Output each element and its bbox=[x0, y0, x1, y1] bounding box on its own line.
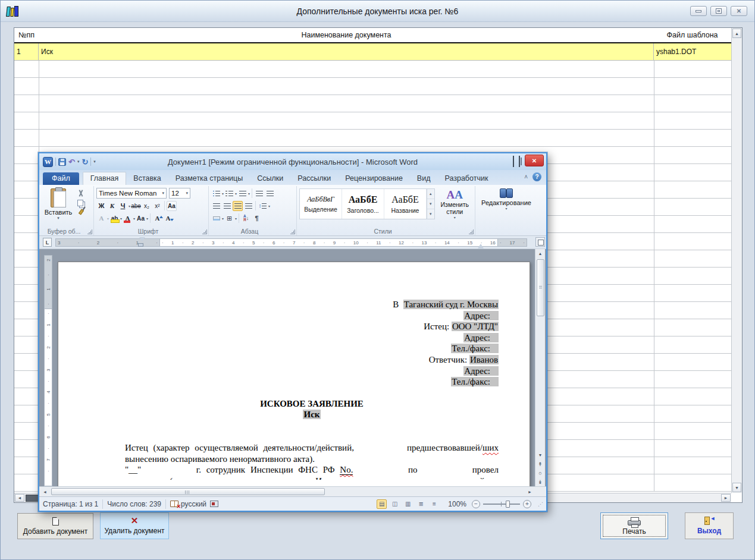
strikethrough-button[interactable]: abe bbox=[131, 201, 141, 211]
gallery-down-icon[interactable]: ▼ bbox=[427, 199, 434, 209]
tab-review[interactable]: Рецензирование bbox=[338, 172, 410, 185]
word-logo-icon[interactable]: W bbox=[43, 157, 53, 167]
form-field[interactable]: Адрес: bbox=[463, 366, 499, 376]
word-horizontal-scrollbar[interactable]: ◄ ► bbox=[39, 486, 546, 496]
grow-font-button[interactable]: А bbox=[152, 213, 162, 224]
decrease-indent-button[interactable] bbox=[254, 188, 264, 199]
tab-page-layout[interactable]: Разметка страницы bbox=[168, 172, 250, 185]
copy-icon[interactable] bbox=[77, 200, 83, 206]
scroll-right-icon[interactable]: ► bbox=[721, 494, 731, 502]
dialog-launcher-icon[interactable] bbox=[290, 229, 295, 234]
column-header-name[interactable]: Наименование документа bbox=[39, 31, 654, 39]
form-field[interactable]: Тел./факс: bbox=[451, 344, 499, 353]
word-count[interactable]: Число слов: 239 bbox=[107, 500, 161, 508]
scroll-left-icon[interactable]: ◄ bbox=[40, 487, 49, 496]
undo-dropdown-icon[interactable]: ▾ bbox=[77, 159, 80, 164]
highlight-button[interactable]: ab bbox=[109, 213, 120, 224]
view-web-icon[interactable]: ▥ bbox=[403, 499, 413, 509]
paste-button[interactable]: Вставить ▾ bbox=[43, 187, 74, 227]
next-page-icon[interactable]: ↡ bbox=[536, 477, 545, 486]
clear-formatting-button[interactable]: Aa bbox=[167, 201, 177, 211]
tab-selector[interactable]: L bbox=[43, 238, 52, 247]
style-heading[interactable]: АаБбЕ Заголово... bbox=[342, 189, 384, 219]
show-marks-button[interactable]: ¶ bbox=[252, 213, 262, 224]
increase-indent-button[interactable] bbox=[265, 188, 275, 199]
horizontal-ruler[interactable]: 3·2·1· ·1·2·3·4·5·6·7·8·9·10·11·12·13·14… bbox=[55, 238, 527, 247]
scrollbar-thumb[interactable] bbox=[51, 488, 325, 495]
language-indicator[interactable]: русский bbox=[181, 500, 206, 508]
font-size-combo[interactable]: 12▾ bbox=[169, 188, 190, 199]
exit-button[interactable]: ◄ Выход bbox=[685, 512, 734, 539]
subscript-button[interactable]: x₂ bbox=[142, 201, 152, 211]
text-effects-button[interactable]: А bbox=[96, 213, 106, 224]
underline-button[interactable]: Ч bbox=[118, 201, 128, 211]
bold-button[interactable]: Ж bbox=[96, 201, 106, 211]
table-row[interactable]: 1 Иск yshab1.DOT bbox=[14, 43, 742, 61]
zoom-slider[interactable] bbox=[483, 504, 520, 505]
scrollbar-thumb[interactable] bbox=[537, 259, 544, 316]
document-page[interactable]: В Таганский суд г. Москвы Адрес: Истец: … bbox=[58, 262, 530, 486]
gallery-more-icon[interactable]: ▼ bbox=[427, 209, 434, 219]
previous-page-icon[interactable]: ↟ bbox=[536, 460, 545, 468]
column-header-num[interactable]: №пп bbox=[14, 31, 39, 39]
ruler-toggle-icon[interactable] bbox=[535, 237, 545, 247]
scroll-up-icon[interactable]: ▲ bbox=[732, 29, 741, 38]
redo-icon[interactable]: ↻ bbox=[82, 158, 88, 166]
resize-grip-icon[interactable]: ⋰ bbox=[538, 501, 543, 507]
tab-file[interactable]: Файл bbox=[43, 172, 79, 185]
tab-developer[interactable]: Разработчик bbox=[437, 172, 495, 185]
zoom-out-icon[interactable]: − bbox=[472, 500, 480, 508]
shrink-font-button[interactable]: А bbox=[163, 213, 173, 224]
right-indent-marker[interactable] bbox=[478, 241, 484, 248]
save-icon[interactable] bbox=[58, 158, 66, 166]
font-name-combo[interactable]: Times New Roman▾ bbox=[96, 188, 167, 199]
undo-icon[interactable]: ↶ bbox=[68, 158, 75, 166]
zoom-level[interactable]: 100% bbox=[448, 500, 466, 508]
collapse-ribbon-icon[interactable]: ˄ bbox=[524, 174, 528, 180]
view-draft-icon[interactable]: ≡ bbox=[429, 499, 439, 509]
borders-button[interactable]: ⊞ bbox=[224, 213, 234, 224]
word-close-button[interactable]: ✕ bbox=[525, 155, 544, 166]
tab-insert[interactable]: Вставка bbox=[126, 172, 168, 185]
print-button[interactable]: Печать bbox=[600, 512, 668, 539]
tab-home[interactable]: Главная bbox=[83, 172, 127, 185]
view-print-layout-icon[interactable]: ▤ bbox=[377, 499, 387, 509]
bullets-button[interactable] bbox=[211, 188, 221, 199]
scroll-right-icon[interactable]: ► bbox=[525, 487, 534, 496]
tab-view[interactable]: Вид bbox=[410, 172, 438, 185]
tab-references[interactable]: Ссылки bbox=[250, 172, 290, 185]
dialog-launcher-icon[interactable] bbox=[87, 229, 92, 234]
line-spacing-button[interactable]: ↕ bbox=[258, 201, 268, 211]
format-painter-icon[interactable] bbox=[78, 209, 83, 215]
align-right-button[interactable] bbox=[233, 201, 243, 211]
scroll-up-icon[interactable]: ▲ bbox=[536, 249, 545, 258]
dialog-launcher-icon[interactable] bbox=[469, 229, 474, 234]
align-center-button[interactable] bbox=[222, 201, 232, 211]
scroll-down-icon[interactable]: ▼ bbox=[732, 483, 741, 492]
numbering-button[interactable] bbox=[224, 188, 234, 199]
superscript-button[interactable]: x² bbox=[152, 201, 162, 211]
view-reading-icon[interactable]: ◫ bbox=[390, 499, 400, 509]
tab-mailings[interactable]: Рассылки bbox=[290, 172, 338, 185]
dialog-launcher-icon[interactable] bbox=[202, 229, 207, 234]
zoom-in-icon[interactable]: + bbox=[523, 500, 531, 508]
vertical-ruler[interactable]: 2·1· ·1·2·3·4·5·6·7· bbox=[44, 255, 52, 486]
left-indent-marker[interactable] bbox=[138, 243, 143, 247]
italic-button[interactable]: К bbox=[107, 201, 117, 211]
close-button[interactable]: ✕ bbox=[731, 6, 747, 16]
macro-record-icon[interactable] bbox=[210, 501, 218, 507]
word-minimize-button[interactable] bbox=[513, 156, 514, 167]
word-vertical-scrollbar[interactable]: ▲ ▼ ↟ ○ ↡ bbox=[535, 249, 545, 486]
scroll-down-icon[interactable]: ▼ bbox=[536, 451, 545, 460]
gallery-up-icon[interactable]: ▲ bbox=[427, 189, 434, 199]
view-outline-icon[interactable]: ≣ bbox=[416, 499, 426, 509]
form-field[interactable]: Адрес: bbox=[463, 333, 499, 342]
table-vertical-scrollbar[interactable]: ▲ ▼ bbox=[731, 28, 742, 493]
qat-customize-icon[interactable]: ▾ bbox=[93, 159, 96, 164]
browse-object-icon[interactable]: ○ bbox=[536, 468, 545, 477]
zoom-slider-thumb[interactable] bbox=[506, 501, 510, 508]
help-icon[interactable]: ? bbox=[532, 172, 541, 181]
sort-button[interactable]: АЯ↓ bbox=[241, 213, 251, 224]
change-styles-button[interactable]: AA Изменить стили ▾ bbox=[437, 187, 472, 227]
style-title[interactable]: АаБбЕ Название bbox=[384, 189, 427, 219]
